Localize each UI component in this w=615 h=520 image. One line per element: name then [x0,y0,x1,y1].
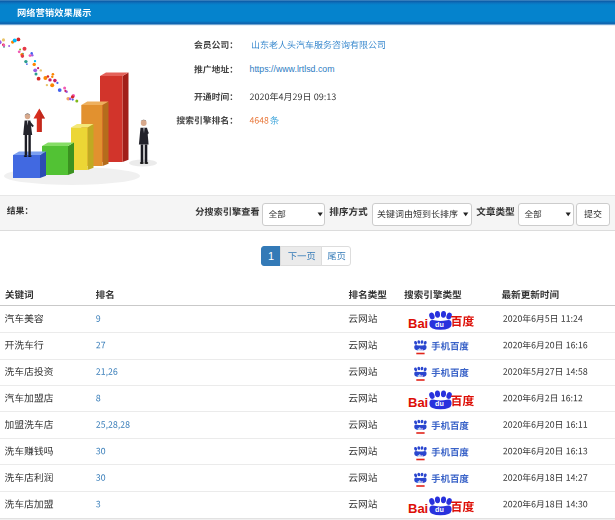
svg-text:du: du [417,347,423,352]
svg-text:du: du [435,320,444,329]
svg-text:du: du [417,373,423,378]
svg-text:du: du [417,426,423,431]
svg-text:Bai: Bai [408,501,428,516]
svg-text:du: du [417,479,423,484]
svg-text:du: du [417,453,423,458]
svg-text:Bai: Bai [408,316,428,331]
svg-text:Bai: Bai [408,395,428,410]
svg-text:du: du [435,505,444,514]
svg-text:du: du [435,399,444,408]
